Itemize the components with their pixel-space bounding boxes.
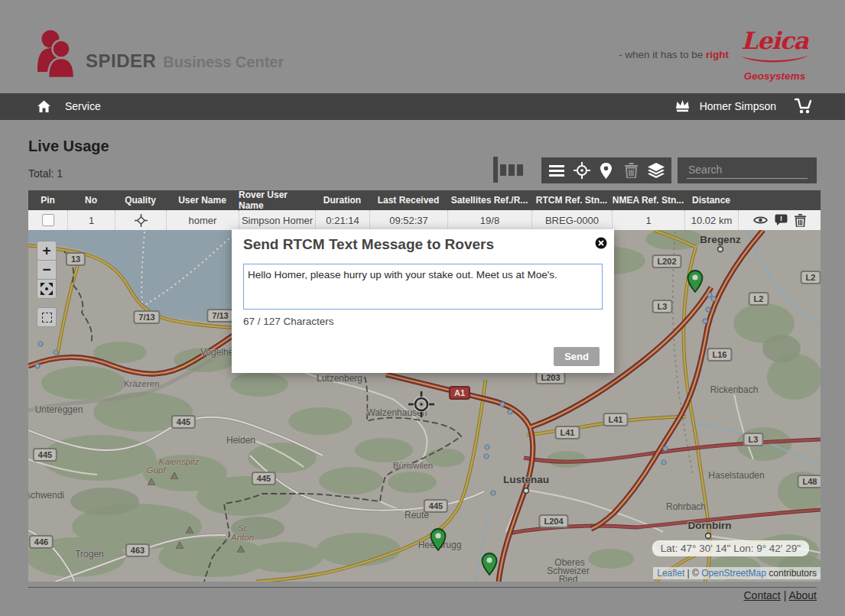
send-message-icon[interactable]: !	[775, 214, 788, 226]
col-last-received[interactable]: Last Received	[369, 190, 447, 210]
rover-pin-marker[interactable]	[430, 528, 447, 554]
peak-triangle-icon	[186, 523, 193, 537]
openstreetmap-link[interactable]: OpenStreetMap	[701, 568, 766, 579]
leica-tagline: - when it has to be right	[619, 49, 729, 60]
road-number-badge: L3	[743, 433, 764, 446]
col-no[interactable]: No	[67, 190, 115, 210]
box-select-icon	[42, 313, 52, 323]
quality-fixed-icon	[135, 214, 148, 227]
col-pin[interactable]: Pin	[28, 190, 67, 210]
col-user-name[interactable]: User Name	[166, 190, 239, 210]
road-number-badge: 7/13	[206, 309, 233, 323]
user-name-cell: homer	[166, 210, 239, 230]
rover-user-name-cell: Simpson Homer	[239, 210, 315, 230]
app-header: SPIDERBusiness Center - when it has to b…	[0, 0, 845, 93]
message-textarea[interactable]: Hello Homer, please hurry up with your s…	[243, 264, 603, 310]
total-count: Total: 1	[28, 167, 63, 180]
col-rtcm-ref-stn[interactable]: RTCM Ref. Stn...	[531, 190, 612, 210]
motorway-junction-dot	[662, 441, 668, 455]
peak-triangle-icon	[237, 542, 245, 556]
town-dot	[717, 242, 724, 256]
duration-cell: 0:21:14	[315, 210, 369, 230]
quality-cell	[115, 210, 166, 230]
nav-item-service[interactable]: Service	[65, 100, 101, 112]
map-toolbar	[541, 157, 671, 183]
about-link[interactable]: About	[788, 589, 817, 601]
col-duration[interactable]: Duration	[315, 190, 369, 210]
spider-business-center-app: SPIDERBusiness Center - when it has to b…	[0, 0, 845, 616]
road-number-badge: A1	[449, 386, 470, 400]
rover-pin-marker[interactable]	[687, 270, 704, 296]
shopping-cart-icon[interactable]	[795, 98, 813, 118]
last-received-cell: 09:52:37	[369, 210, 447, 230]
road-number-badge: 445	[171, 415, 196, 429]
zoom-in-button[interactable]: +	[37, 241, 57, 261]
rtcm-ref-stn-cell: BREG-0000	[531, 210, 612, 230]
tagline-accent: right	[706, 49, 729, 60]
location-pin-icon[interactable]	[597, 161, 616, 180]
fullscreen-button[interactable]	[37, 279, 57, 299]
motorway-junction-dot	[490, 485, 496, 499]
pin-checkbox[interactable]	[42, 214, 54, 226]
center-target-icon[interactable]	[573, 161, 591, 180]
send-button[interactable]: Send	[554, 347, 600, 366]
layers-icon[interactable]	[647, 161, 665, 180]
search-input[interactable]	[687, 160, 811, 180]
road-number-badge: L204	[538, 514, 568, 528]
road-number-badge: 446	[29, 535, 54, 549]
col-nmea-ref-stn[interactable]: NMEA Ref. Stn...	[612, 190, 684, 210]
road-number-badge: 445	[33, 448, 57, 462]
road-number-badge: 445	[424, 499, 448, 513]
crown-icon	[674, 99, 691, 115]
road-number-badge: L202	[652, 255, 681, 268]
view-eye-icon[interactable]	[753, 216, 768, 225]
menu-icon[interactable]	[548, 161, 566, 180]
reference-station-marker[interactable]	[408, 391, 434, 420]
leaflet-link[interactable]: Leaflet	[657, 568, 684, 579]
delete-trash-icon[interactable]	[622, 161, 640, 180]
motorway-junction-dot	[34, 358, 41, 372]
box-select-button[interactable]	[37, 307, 57, 327]
road-number-badge: 7/13	[133, 310, 160, 324]
road-number-badge: 13	[66, 252, 86, 266]
main-nav-bar: Service Homer Simpson	[0, 93, 845, 120]
search-underline	[687, 178, 808, 179]
nmea-ref-stn-cell: 1	[612, 210, 684, 230]
live-usage-table: Pin No Quality User Name Rover User Name…	[28, 190, 821, 230]
brand-title: SPIDERBusiness Center	[86, 50, 284, 72]
motorway-junction-dot	[483, 449, 489, 462]
footer-separator: |	[781, 589, 789, 601]
col-satellites[interactable]: Satellites Ref./R...	[447, 190, 531, 210]
pin-cell	[28, 210, 67, 230]
home-icon[interactable]	[37, 99, 51, 116]
leica-geosystems-label: Geosystems	[736, 70, 813, 82]
road-number-badge: L48	[798, 475, 821, 488]
road-number-badge: L2	[801, 271, 821, 284]
delete-row-trash-icon[interactable]	[795, 214, 806, 227]
map-zoom-controls: + −	[37, 241, 57, 327]
rover-pin-marker[interactable]	[481, 553, 498, 579]
map-attribution: Leaflet | © OpenStreetMap contributors	[653, 567, 821, 579]
town-dot	[522, 484, 530, 498]
peak-triangle-icon	[148, 475, 155, 488]
leica-wordmark: Leica	[736, 29, 813, 52]
table-header-row: Pin No Quality User Name Rover User Name…	[28, 190, 821, 210]
peak-triangle-icon	[171, 468, 178, 482]
col-distance[interactable]: Distance	[684, 190, 738, 210]
usage-histogram-icon[interactable]	[493, 155, 523, 184]
attribution-suffix: contributors	[766, 568, 817, 579]
close-icon[interactable]	[595, 237, 607, 249]
contact-link[interactable]: Contact	[744, 589, 781, 601]
satellites-cell: 19/8	[447, 210, 531, 230]
logged-in-user[interactable]: Homer Simpson	[700, 100, 776, 112]
road-number-badge: L3	[652, 300, 673, 313]
road-number-badge: 463	[125, 543, 150, 557]
peak-triangle-icon	[176, 538, 184, 552]
col-quality[interactable]: Quality	[115, 190, 166, 210]
leica-geosystems-logo: Leica Geosystems	[736, 29, 813, 82]
motorway-junction-dot	[702, 313, 708, 327]
send-rtcm-message-dialog: Send RTCM Text Message to Rovers Hello H…	[232, 229, 614, 373]
footer-divider	[28, 587, 817, 588]
zoom-out-button[interactable]: −	[37, 260, 57, 280]
col-rover-user-name[interactable]: Rover User Name	[239, 190, 315, 210]
